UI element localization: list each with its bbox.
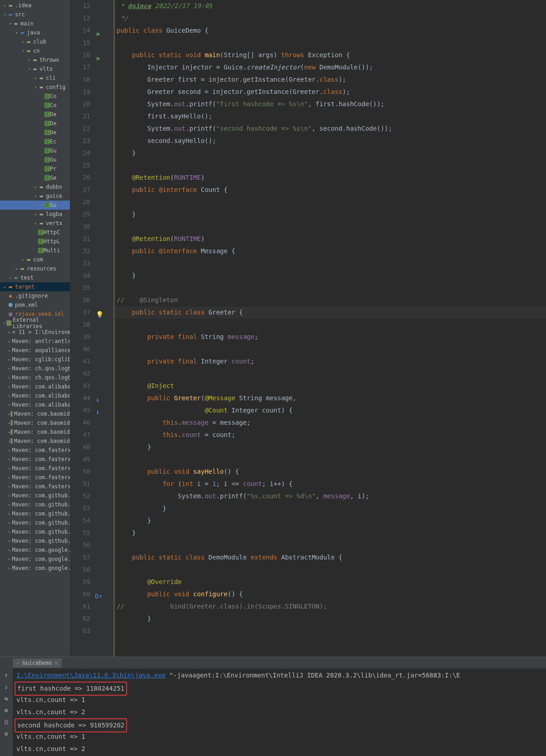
tree-maven-library[interactable]: ▸Maven: com.github.a bbox=[0, 509, 70, 518]
code-line[interactable]: } bbox=[114, 613, 546, 625]
tree-class-item[interactable]: CGu bbox=[0, 155, 70, 164]
code-area[interactable]: * @since 2022/2/17 19:05 */public class … bbox=[114, 0, 546, 657]
tree-folder-main[interactable]: ▾▬main bbox=[0, 19, 70, 28]
tree-maven-library[interactable]: ▸Maven: com.fasterxm bbox=[0, 473, 70, 482]
code-line[interactable]: first.sayHello(); bbox=[114, 110, 546, 123]
console-line[interactable]: second hashcode => 910599202 bbox=[16, 718, 546, 731]
code-line[interactable]: } bbox=[114, 527, 546, 539]
tree-maven-library[interactable]: ▸Maven: com.github.a bbox=[0, 491, 70, 500]
tree-maven-library[interactable]: ▸Maven: com.fasterxm bbox=[0, 455, 70, 464]
code-line[interactable] bbox=[114, 539, 546, 551]
console-line[interactable]: vlts.cn,count => 2 bbox=[16, 706, 546, 718]
tree-folder-java[interactable]: ▾▬java bbox=[0, 28, 70, 37]
tree-maven-library[interactable]: ▸Maven: com.fasterxm bbox=[0, 464, 70, 473]
code-line[interactable]: this.count = count; bbox=[114, 429, 546, 441]
code-line[interactable]: public static class Greeter { bbox=[114, 306, 546, 319]
tree-folder-vlts[interactable]: ▾▬vlts bbox=[0, 64, 70, 74]
code-line[interactable]: @Retention(RUNTIME) bbox=[114, 233, 546, 245]
tree-maven-library[interactable]: ▸Maven: com.google.a bbox=[0, 555, 70, 564]
code-line[interactable]: System.out.printf("first hashcode => %s\… bbox=[114, 98, 546, 110]
tree-folder-cli[interactable]: ▸▬cli bbox=[0, 74, 70, 83]
tree-folder-resources[interactable]: ▸▬resources bbox=[0, 264, 70, 273]
console-line[interactable]: vlts.cn,count => 2 bbox=[16, 743, 546, 755]
code-line[interactable] bbox=[114, 221, 546, 233]
tree-folder-vertx[interactable]: ▸▬vertx bbox=[0, 219, 70, 228]
code-line[interactable]: @Override bbox=[114, 576, 546, 588]
tree-maven-library[interactable]: ▸Maven: com.google.a bbox=[0, 564, 70, 573]
code-line[interactable] bbox=[114, 282, 546, 294]
code-line[interactable]: public void configure() { bbox=[114, 588, 546, 600]
console-tabs[interactable]: ▸ GuiceDemo × bbox=[0, 657, 546, 668]
console-line[interactable]: vlts.cn,count => 1 bbox=[16, 731, 546, 743]
code-line[interactable]: @Count Integer count) { bbox=[114, 404, 546, 417]
tree-folder-club[interactable]: ▸▬club bbox=[0, 37, 70, 46]
code-line[interactable]: } bbox=[114, 147, 546, 159]
console-line[interactable]: first hashcode => 1180244251 bbox=[16, 682, 546, 694]
tree-file-pom[interactable]: ⬢pom.xml bbox=[0, 300, 70, 309]
print-icon[interactable]: ⎙ bbox=[2, 717, 11, 727]
code-line[interactable]: for (int i = 1; i <= count; i++) { bbox=[114, 478, 546, 490]
code-line[interactable] bbox=[114, 319, 546, 331]
code-line[interactable]: second.sayHello(); bbox=[114, 135, 546, 147]
tree-maven-library[interactable]: ▸Maven: com.alibaba. bbox=[0, 382, 70, 391]
code-line[interactable] bbox=[114, 257, 546, 270]
tree-class-item[interactable]: CDe bbox=[0, 119, 70, 128]
tree-maven-library[interactable]: ▸Maven: com.github.v bbox=[0, 536, 70, 545]
external-libraries[interactable]: ▾External Libraries bbox=[0, 319, 70, 328]
code-line[interactable]: public class GuiceDemo { bbox=[114, 25, 546, 37]
code-line[interactable]: * @since 2022/2/17 19:05 bbox=[114, 0, 546, 12]
code-line[interactable]: public void sayHello() { bbox=[114, 466, 546, 478]
tree-folder-test[interactable]: ▸▬test bbox=[0, 273, 70, 282]
code-line[interactable]: public @interface Message { bbox=[114, 245, 546, 257]
tree-class-httpl[interactable]: CHttpL bbox=[0, 237, 70, 246]
tree-class-item[interactable]: CCo bbox=[0, 101, 70, 110]
tree-maven-library[interactable]: ▸Maven: com.fasterxm bbox=[0, 446, 70, 455]
tree-maven-library[interactable]: ▸Maven: com.baomid bbox=[0, 427, 70, 437]
code-line[interactable] bbox=[114, 159, 546, 172]
tree-maven-library[interactable]: ▸Maven: com.baomid bbox=[0, 409, 70, 418]
tree-maven-library[interactable]: ▸Maven: ch.qos.logba bbox=[0, 373, 70, 382]
code-line[interactable]: @Retention(RUNTIME) bbox=[114, 172, 546, 184]
tree-class-item[interactable]: CCo bbox=[0, 92, 70, 101]
tree-folder-src[interactable]: ▾▬src bbox=[0, 10, 70, 19]
down-icon[interactable]: ↓ bbox=[2, 682, 11, 691]
tree-folder-target[interactable]: ▸▬target bbox=[0, 282, 70, 291]
tree-file-gitignore[interactable]: ◆.gitignore bbox=[0, 291, 70, 300]
wrap-icon[interactable]: ⇆ bbox=[2, 694, 11, 703]
code-line[interactable] bbox=[114, 453, 546, 466]
code-line[interactable]: Greeter second = injector.getInstance(Gr… bbox=[114, 86, 546, 98]
tree-maven-library[interactable]: ▸Maven: com.google.a bbox=[0, 545, 70, 555]
tree-maven-library[interactable]: ▸Maven: com.github.js bbox=[0, 527, 70, 536]
code-line[interactable]: } bbox=[114, 208, 546, 221]
tree-class-item[interactable]: CGu bbox=[0, 146, 70, 155]
scroll-icon[interactable]: ≡ bbox=[2, 706, 11, 715]
fold-strip[interactable] bbox=[108, 0, 114, 657]
tree-folder-logback[interactable]: ▸▬logba bbox=[0, 210, 70, 219]
code-line[interactable]: Greeter first = injector.getInstance(Gre… bbox=[114, 74, 546, 86]
code-line[interactable]: // @Singleton bbox=[114, 294, 546, 306]
tree-maven-library[interactable]: ▸Maven: com.alibaba. bbox=[0, 400, 70, 409]
tree-folder-guice[interactable]: ▾▬guice bbox=[0, 191, 70, 201]
tree-folder-cn[interactable]: ▾▬cn bbox=[0, 46, 70, 55]
code-line[interactable]: public static void main(String[] args) t… bbox=[114, 49, 546, 61]
code-line[interactable] bbox=[114, 368, 546, 380]
tree-sdk[interactable]: ▸< 11 > I:\Environment bbox=[0, 328, 70, 337]
tree-maven-library[interactable]: ▸Maven: ch.qos.logba bbox=[0, 364, 70, 373]
project-tree[interactable]: ▸▬.idea ▾▬src ▾▬main ▾▬java ▸▬club ▾▬cn … bbox=[0, 0, 70, 657]
tree-class-item[interactable]: CSe bbox=[0, 173, 70, 182]
run-tab-guicedemo[interactable]: ▸ GuiceDemo × bbox=[13, 658, 62, 668]
code-line[interactable]: public @interface Count { bbox=[114, 184, 546, 196]
code-line[interactable]: System.out.printf("second hashcode => %s… bbox=[114, 123, 546, 135]
tree-class-item[interactable]: CEc bbox=[0, 137, 70, 146]
tree-folder-idea[interactable]: ▸▬.idea bbox=[0, 1, 70, 10]
tree-class-guicedemo[interactable]: ▸CGu bbox=[0, 201, 70, 210]
code-line[interactable]: System.out.printf("%s,count => %d\n", me… bbox=[114, 490, 546, 502]
tree-maven-library[interactable]: ▸Maven: com.alibaba. bbox=[0, 391, 70, 400]
tree-maven-library[interactable]: ▸Maven: com.fasterxm bbox=[0, 482, 70, 491]
console-output[interactable]: I:\Environment\Java\11.0.3\bin\java.exe … bbox=[13, 668, 546, 756]
code-line[interactable]: private final String message; bbox=[114, 331, 546, 343]
code-line[interactable]: public Greeter(@Message String message, bbox=[114, 392, 546, 404]
tree-class-httpc[interactable]: CHttpC bbox=[0, 228, 70, 237]
tree-maven-library[interactable]: ▸Maven: aopalliance:a bbox=[0, 346, 70, 355]
code-line[interactable] bbox=[114, 564, 546, 576]
